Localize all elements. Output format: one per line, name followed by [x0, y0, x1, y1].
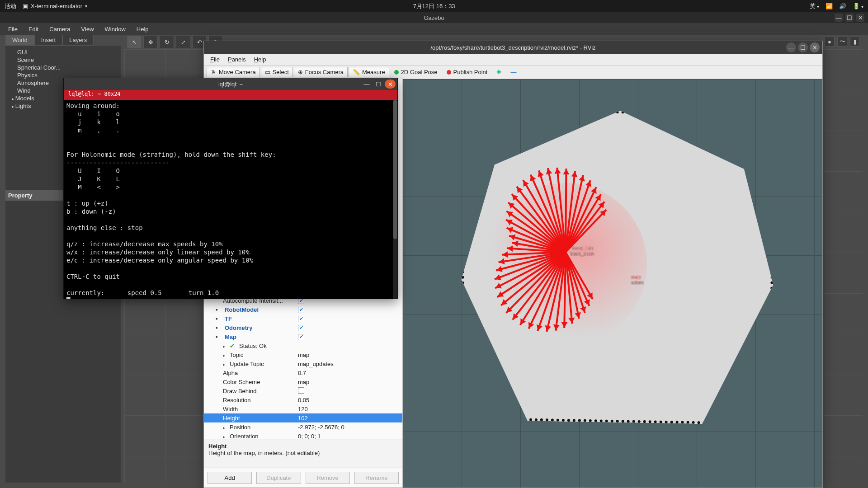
battery-icon[interactable]: 🔋 — [853, 3, 863, 9]
gazebo-menu-edit[interactable]: Edit — [24, 24, 43, 34]
rviz-property-row[interactable]: Alpha0.7 — [204, 368, 402, 377]
property-key: Height — [223, 415, 240, 422]
laser-scan-fan — [484, 183, 647, 346]
add-button[interactable]: Add — [208, 472, 252, 484]
rviz-menu-file[interactable]: File — [207, 55, 223, 64]
rviz-property-row[interactable]: Update Topicmap_updates — [204, 359, 402, 368]
tool-select[interactable]: ▭Select — [261, 67, 293, 77]
gazebo-record-icon[interactable]: ● — [825, 37, 835, 47]
rviz-property-row[interactable]: Height102 — [204, 413, 402, 422]
property-checkbox[interactable]: ✔ — [298, 334, 304, 340]
terminal-close-button[interactable]: ✕ — [385, 80, 396, 89]
expand-caret-icon[interactable] — [223, 343, 227, 349]
property-key: TF — [225, 315, 232, 322]
rotate-tool-icon[interactable]: ↻ — [160, 36, 174, 48]
property-checkbox[interactable]: ✔ — [298, 307, 304, 313]
terminal-titlebar[interactable]: lql@lql: ~ — ☐ ✕ — [64, 78, 397, 90]
terminal-scrollbar[interactable] — [393, 100, 397, 299]
rviz-3d-view[interactable]: base_link base_scan map odom — [403, 79, 822, 488]
rviz-close-button[interactable]: ✕ — [810, 42, 820, 52]
terminal-maximize-button[interactable]: ☐ — [373, 80, 384, 89]
property-key: Status: Ok — [239, 343, 267, 349]
property-value: 0.05 — [298, 397, 309, 404]
volume-icon[interactable]: 🔊 — [839, 3, 846, 9]
tool-focus-camera[interactable]: ⊕Focus Camera — [294, 67, 348, 77]
expand-caret-icon[interactable] — [223, 361, 227, 367]
property-value: map_updates — [298, 361, 334, 367]
tree-gui[interactable]: GUI — [5, 48, 121, 56]
rviz-property-row[interactable]: Status: Ok — [204, 341, 402, 350]
select-tool-icon[interactable]: ↖ — [127, 36, 142, 48]
rviz-menu-help[interactable]: Help — [250, 55, 270, 64]
ime-indicator[interactable]: 英 — [810, 2, 819, 10]
translate-tool-icon[interactable]: ✥ — [143, 36, 158, 48]
rviz-property-row[interactable]: ▪Map✔ — [204, 332, 402, 341]
tree-spherical[interactable]: Spherical Coor... — [5, 64, 121, 71]
gazebo-menu-window[interactable]: Window — [100, 24, 130, 34]
rviz-property-row[interactable]: ▪Odometry✔ — [204, 323, 402, 332]
terminal-minimize-button[interactable]: — — [361, 80, 372, 89]
gazebo-camera-icon[interactable]: ▮ — [850, 37, 860, 47]
wifi-icon[interactable]: 📶 — [826, 3, 833, 9]
rviz-property-row[interactable]: Topicmap — [204, 350, 402, 359]
property-key: Update Topic — [230, 361, 264, 367]
property-checkbox[interactable]: ✔ — [298, 325, 304, 331]
move-camera-icon: 🖱 — [211, 69, 217, 75]
gazebo-menu-file[interactable]: File — [4, 24, 22, 34]
rviz-property-row[interactable]: Width120 — [204, 404, 402, 413]
frame-label-base-link: base_link — [572, 245, 593, 251]
tool-publish-point[interactable]: Publish Point — [443, 67, 492, 77]
tool-add-icon[interactable]: ✚ — [492, 67, 505, 77]
terminal-icon: ▣ — [23, 3, 28, 9]
property-checkbox[interactable]: ✔ — [298, 316, 304, 322]
property-value: 0; 0; 0; 1 — [298, 433, 321, 440]
scale-tool-icon[interactable]: ⤢ — [176, 36, 190, 48]
gazebo-minimize-button[interactable]: — — [835, 14, 843, 22]
gazebo-menu-view[interactable]: View — [77, 24, 99, 34]
rviz-property-row[interactable]: ▪TF✔ — [204, 314, 402, 323]
tool-2d-goal-pose[interactable]: 2D Goal Pose — [390, 67, 442, 77]
clock[interactable]: 7月12日 16：33 — [413, 2, 455, 10]
rviz-property-row[interactable]: Position-2.972; -2.5676; 0 — [204, 422, 402, 432]
tool-measure[interactable]: 📏Measure — [349, 67, 389, 77]
tool-move-camera[interactable]: 🖱Move Camera — [207, 67, 260, 77]
expand-caret-icon[interactable] — [223, 352, 227, 358]
status-ok-icon — [230, 343, 236, 349]
gazebo-maximize-button[interactable]: ☐ — [845, 14, 854, 22]
rviz-titlebar[interactable]: /opt/ros/foxy/share/turtlebot3_descripti… — [204, 41, 822, 54]
frame-label-odom: odom — [631, 280, 644, 285]
property-key: Alpha — [223, 370, 238, 376]
rviz-menu-panels[interactable]: Panels — [224, 55, 250, 64]
tree-scene[interactable]: Scene — [5, 56, 121, 64]
rviz-property-row[interactable]: Color Schememap — [204, 377, 402, 386]
gazebo-menu-camera[interactable]: Camera — [45, 24, 75, 34]
rviz-property-row[interactable]: Orientation0; 0; 0; 1 — [204, 432, 402, 440]
gnome-top-bar: 活动 ▣ X-terminal-emulator 7月12日 16：33 英 📶… — [0, 0, 868, 12]
terminal-output[interactable]: Moving around: u i o j k l m , . For Hol… — [64, 100, 397, 299]
tab-world[interactable]: World — [5, 35, 34, 46]
property-key: Draw Behind — [223, 388, 256, 394]
tab-insert[interactable]: Insert — [34, 35, 63, 46]
terminal-tab[interactable]: lql@lql: ~ 80x24 — [64, 90, 397, 100]
property-checkbox[interactable] — [298, 387, 304, 394]
select-icon: ▭ — [265, 69, 270, 75]
gazebo-close-button[interactable]: ✕ — [856, 14, 864, 22]
rviz-property-row[interactable]: ▪RobotModel✔ — [204, 305, 402, 314]
rviz-property-row[interactable]: Draw Behind — [204, 386, 402, 395]
activities-button[interactable]: 活动 — [5, 2, 16, 10]
expand-caret-icon[interactable] — [223, 424, 227, 431]
property-key: Orientation — [230, 433, 259, 440]
rviz-property-row[interactable]: Resolution0.05 — [204, 395, 402, 404]
terminal-title-text: lql@lql: ~ — [218, 81, 243, 88]
rviz-minimize-button[interactable]: — — [786, 42, 796, 52]
scrollbar-thumb[interactable] — [393, 100, 397, 239]
goal-arrow-icon — [394, 70, 399, 75]
gazebo-menu-help[interactable]: Help — [132, 24, 153, 34]
expand-caret-icon[interactable] — [223, 433, 227, 440]
app-menu[interactable]: ▣ X-terminal-emulator — [23, 3, 87, 9]
rviz-maximize-button[interactable]: ☐ — [798, 42, 808, 52]
gazebo-tabs: World Insert Layers — [5, 35, 94, 46]
tab-layers[interactable]: Layers — [62, 35, 94, 46]
gazebo-plot-icon[interactable]: 〜 — [837, 37, 847, 47]
tool-remove-icon[interactable]: — — [506, 67, 520, 77]
